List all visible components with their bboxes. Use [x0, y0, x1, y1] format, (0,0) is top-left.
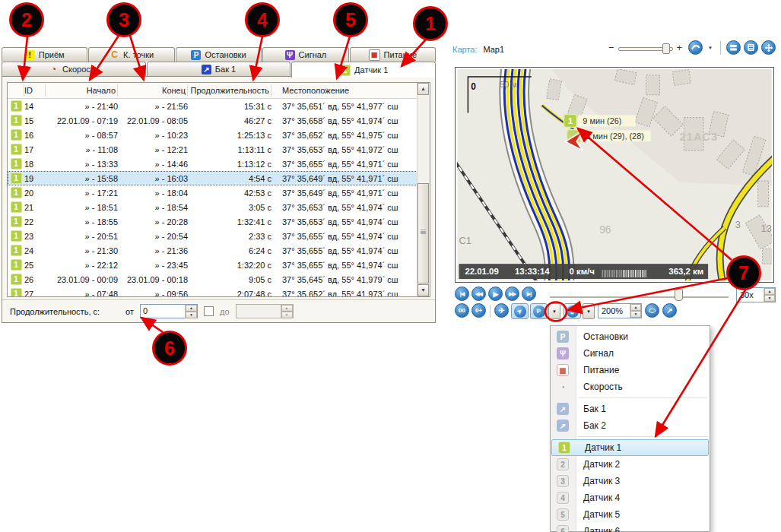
menu-item-датчик-4[interactable]: 4Датчик 4	[551, 489, 710, 506]
rewind-button[interactable]: ◀◀	[471, 287, 486, 301]
scrollbar-thumb[interactable]	[417, 183, 429, 283]
duration-from-spinner[interactable]: 0 ▲▼	[140, 304, 198, 318]
menu-item-датчик-1[interactable]: 1Датчик 1	[551, 439, 709, 456]
playback-position-slider[interactable]	[550, 289, 729, 299]
spin-up-icon[interactable]: ▲	[764, 288, 775, 295]
tab-бак-1[interactable]: ↗Бак 1	[147, 62, 291, 76]
globe-button[interactable]	[688, 40, 703, 55]
menu-item-label: Бак 1	[583, 404, 606, 414]
marker-00-button[interactable]: 00	[455, 303, 469, 318]
marker-0plus-button[interactable]: 0+	[471, 303, 486, 318]
course-button[interactable]: ➤	[511, 303, 529, 319]
skip-start-button[interactable]: |◀	[455, 287, 469, 301]
table-row[interactable]: 121» - 18:51» - 18:543:05 с37° 35,653´ в…	[8, 200, 417, 214]
table-row[interactable]: 123» - 20:51» - 20:542:33 с37° 35,655´ в…	[8, 229, 417, 243]
track-mode-button[interactable]: ✈	[494, 303, 509, 318]
tab-label: Бак 1	[215, 65, 236, 74]
spin-down-icon[interactable]: ▼	[630, 311, 641, 318]
globe-dropdown-icon[interactable]: ▼	[706, 41, 715, 55]
table-row[interactable]: 119» - 15:58» - 16:034:54 с37° 35,649´ в…	[8, 171, 417, 185]
table-row[interactable]: 124» - 21:30» - 21:366:24 с37° 35,655´ в…	[8, 243, 417, 258]
header-duration[interactable]: Продолжительность	[188, 84, 271, 97]
map-scale-value[interactable]: 200%	[598, 304, 630, 318]
table-row[interactable]: 127» - 07:48» - 09:562:07:48 с37° 35,652…	[8, 287, 417, 296]
duration-to-value[interactable]	[237, 305, 281, 318]
header-id[interactable]: ID	[24, 84, 46, 97]
cell-dur: 1:32:41 с	[188, 217, 271, 226]
row-sensor-icon: 1	[8, 187, 24, 198]
scroll-down-icon[interactable]: ▼	[417, 284, 429, 296]
menu-item-датчик-6[interactable]: 6Датчик 6	[551, 523, 710, 532]
tab-сигнал[interactable]: ΨСигнал	[262, 47, 348, 62]
legend-button[interactable]	[744, 40, 758, 55]
compass-icon: ➤	[514, 306, 526, 318]
duration-to-spinner[interactable]: ▲▼	[236, 304, 294, 318]
table-row[interactable]: 117» - 11:08» - 12:211:13:11 с37° 35,653…	[8, 142, 417, 157]
cell-loc: 37° 35,655´ вд, 55° 41,974´ сш	[271, 232, 417, 241]
duration-to-checkbox[interactable]	[204, 306, 214, 316]
map-scale-zero: 0	[471, 81, 476, 92]
tab-к-точки[interactable]: CК. точки	[88, 47, 174, 62]
map-view[interactable]: 21АС3 0 50 м 96 С1 3 13	[455, 67, 774, 283]
sensor-dropdown-button[interactable]: ▼	[583, 303, 595, 319]
spin-up-icon[interactable]: ▲	[186, 305, 197, 312]
tab-label: Датчик 1	[354, 65, 388, 74]
menu-item-сигнал[interactable]: ΨСигнал	[551, 345, 710, 362]
vehicle-button[interactable]: ⬭	[645, 303, 659, 318]
scroll-up-icon[interactable]: ▲	[417, 83, 429, 95]
tab-питание[interactable]: ▦Питание	[350, 47, 436, 62]
playback-slider-thumb[interactable]	[675, 289, 683, 301]
table-row[interactable]: 12623.01.09 - 00:0923.01.09 - 00:189:05 …	[8, 272, 417, 287]
menu-item-датчик-2[interactable]: 2Датчик 2	[551, 456, 710, 473]
play-button[interactable]: ▶	[488, 287, 503, 301]
map-canvas[interactable]: 21АС3 0 50 м 96 С1 3 13	[457, 69, 772, 280]
tab-датчик-1[interactable]: 1Датчик 1	[291, 62, 436, 78]
cell-dur: 42:53 с	[188, 188, 271, 198]
table-row[interactable]: 114» - 21:40» - 21:5615:31 с37° 35,651´ …	[8, 99, 417, 113]
cell-dur: 2:07:48 с	[188, 290, 271, 297]
map-scale-spinner[interactable]: 200% ▲▼	[598, 303, 642, 318]
cell-start: 22.01.09 - 07:19	[46, 116, 118, 125]
header-start[interactable]: Начало	[46, 84, 118, 97]
print-button[interactable]	[726, 40, 741, 55]
header-end[interactable]: Конец	[118, 84, 188, 97]
menu-item-датчик-3[interactable]: 3Датчик 3	[551, 473, 710, 489]
spin-down-icon[interactable]: ▼	[186, 312, 197, 318]
tab-приём[interactable]: !Приём	[2, 47, 87, 62]
stops-dropdown-button[interactable]: ▼	[548, 303, 560, 319]
menu-item-скорость[interactable]: ◔Скорость	[551, 378, 710, 395]
menu-item-бак-1[interactable]: ↗Бак 1	[551, 401, 710, 417]
sensor-display-button[interactable]: ▯	[564, 303, 581, 319]
table-row[interactable]: 118» - 13:33» - 14:461:13:12 с37° 35,655…	[8, 157, 417, 171]
header-location[interactable]: Местоположение	[271, 84, 430, 97]
cell-loc: 37° 35,652´ вд, 55° 41,975´ сш	[271, 131, 417, 140]
table-row[interactable]: 116» - 08:57» - 10:231:25:13 с37° 35,652…	[8, 128, 417, 142]
spin-up-icon[interactable]: ▲	[630, 304, 641, 311]
callout-4: 4	[245, 2, 280, 37]
menu-item-питание[interactable]: ▦Питание	[551, 362, 710, 378]
map-zoom-slider[interactable]	[618, 43, 673, 53]
table-row[interactable]: 122» - 18:55» - 20:281:32:41 с37° 35,653…	[8, 214, 417, 229]
tab-скорость[interactable]: ◔Скорость	[2, 62, 146, 76]
pan-button[interactable]	[761, 40, 776, 55]
open-window-button[interactable]: ↗	[662, 303, 677, 318]
zoom-out-icon[interactable]: −	[608, 42, 614, 53]
fast-forward-button[interactable]: ▶▶	[505, 287, 519, 301]
map-zoom-bar: − +	[608, 42, 682, 53]
skip-end-button[interactable]: ▶|	[522, 287, 536, 301]
spin-down-icon[interactable]: ▼	[764, 295, 775, 302]
zoom-slider-thumb[interactable]	[662, 43, 670, 54]
duration-from-value[interactable]: 0	[141, 305, 185, 318]
map-status-bar: 22.01.09 13:33:14 0 км/ч 363,2 км	[459, 264, 708, 279]
vertical-scrollbar[interactable]: ▲ ▼	[417, 83, 430, 296]
sensor1-icon: 1	[11, 173, 22, 184]
zoom-in-icon[interactable]: +	[677, 42, 683, 53]
menu-item-датчик-5[interactable]: 5Датчик 5	[551, 506, 710, 523]
tab-остановки[interactable]: PОстановки	[176, 47, 262, 62]
menu-item-бак-2[interactable]: ↗Бак 2	[551, 417, 710, 434]
menu-item-остановки[interactable]: PОстановки	[551, 328, 710, 345]
table-row[interactable]: 125» - 22:12» - 23:451:32:20 с37° 35,655…	[8, 258, 417, 272]
table-row[interactable]: 120» - 17:21» - 18:0442:53 с37° 35,649´ …	[8, 185, 417, 200]
table-row[interactable]: 11522.01.09 - 07:1922.01.09 - 08:0546:27…	[8, 113, 417, 128]
stops-display-button[interactable]: P	[530, 303, 548, 319]
